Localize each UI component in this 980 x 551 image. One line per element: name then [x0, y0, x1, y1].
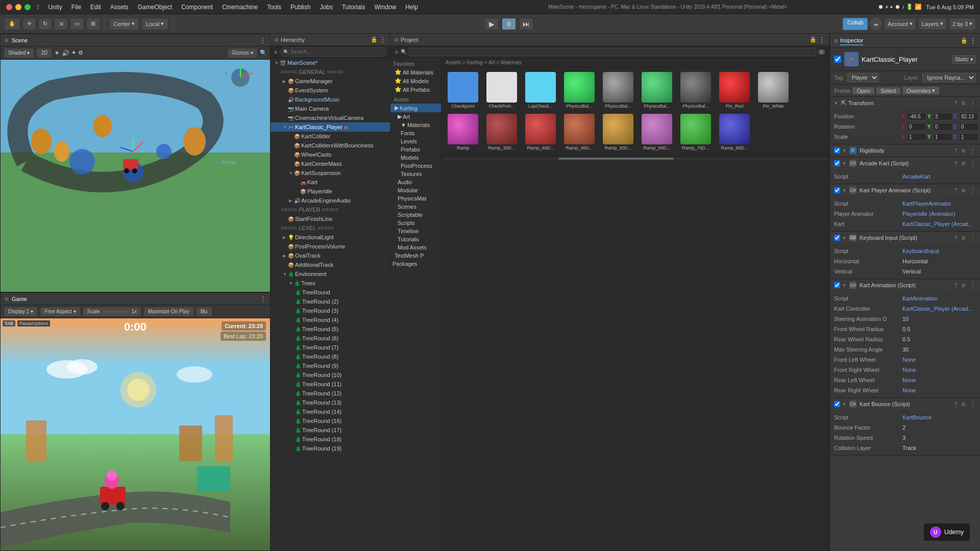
hierarchy-item-treeround9[interactable]: 🌲 TreeRound (9) — [271, 361, 390, 370]
display-dropdown[interactable]: Display 1 ▾ — [4, 307, 38, 317]
project-tree-packages[interactable]: Packages — [390, 260, 441, 268]
hierarchy-item-kartcollider[interactable]: 📦 KartCollider — [271, 132, 390, 141]
hierarchy-item-treeround5[interactable]: 🌲 TreeRound (5) — [271, 324, 390, 334]
close-button[interactable] — [6, 4, 12, 10]
asset-checkpoint[interactable]: Checkpoint — [445, 70, 481, 110]
pos-x-input[interactable] — [907, 113, 926, 120]
rigidbody-toggle[interactable] — [834, 147, 840, 154]
rb-menu-icon[interactable]: ⋮ — [970, 147, 976, 154]
tutorials-menu[interactable]: Tutorials — [342, 4, 365, 11]
project-tree-postprocess[interactable]: PostProcess — [390, 162, 441, 170]
scale-z-input[interactable] — [959, 133, 978, 141]
static-dropdown[interactable]: Static ▾ — [952, 55, 976, 64]
ka-settings-icon[interactable]: ⚙ — [961, 188, 966, 193]
rigidbody-header[interactable]: ▼ R Rigidbody ? ⚙ ⋮ — [830, 144, 980, 157]
asset-physicsball4[interactable]: PhysicsBal... — [677, 70, 714, 110]
frw-value[interactable]: None — [902, 367, 976, 373]
hierarchy-item-additionaltrack[interactable]: 📦 AdditionalTrack — [271, 260, 390, 269]
keyboard-input-toggle[interactable] — [834, 235, 840, 241]
add-project-btn[interactable]: + — [395, 48, 399, 56]
asset-ramp60[interactable]: Ramp_60D... — [639, 112, 675, 152]
pa-value[interactable]: PlayerIdle (Animator) — [902, 211, 976, 217]
transform-menu-icon[interactable]: ⋮ — [970, 99, 976, 107]
mute-button[interactable]: Mu — [196, 307, 212, 317]
inspector-lock-icon[interactable]: 🔒 — [961, 37, 968, 44]
kanm-settings-icon[interactable]: ⚙ — [961, 283, 966, 288]
hierarchy-item-treeround8[interactable]: 🌲 TreeRound (8) — [271, 352, 390, 361]
hierarchy-menu-icon[interactable]: ⋮ — [380, 36, 386, 43]
gizmos-dropdown[interactable]: Gizmos ▾ — [227, 48, 258, 58]
hierarchy-item-treeround4[interactable]: 🌲 TreeRound (4) — [271, 315, 390, 324]
hierarchy-item-arcadeaudio[interactable]: ▶ 🔊 ArcadeEngineAudio — [271, 196, 390, 205]
rotate-tool[interactable]: ↻ — [38, 18, 52, 30]
hierarchy-item-kartcolliders[interactable]: 📦 KartCollidersWithBounciness — [271, 141, 390, 150]
hierarchy-item-treeround11[interactable]: 🌲 TreeRound (11) — [271, 380, 390, 389]
pause-label[interactable]: PauseOptions — [17, 320, 51, 327]
fx-icon[interactable]: ✦ — [71, 49, 76, 56]
project-menu-icon[interactable]: ⋮ — [819, 36, 825, 43]
asset-physicsball1[interactable]: PhysicsBal... — [561, 70, 598, 110]
jobs-menu[interactable]: Jobs — [320, 4, 333, 11]
ka-script-value[interactable]: KartPlayerAnimator — [902, 201, 976, 207]
tag-select[interactable]: Player — [847, 73, 879, 82]
hierarchy-content[interactable]: ▼ 🎬 MainScene* ===== GENERAL ===== ▶ 📦 G… — [271, 58, 390, 551]
project-tree-karting[interactable]: ▶ Karting — [390, 104, 441, 112]
ki-help-icon[interactable]: ? — [954, 235, 957, 241]
unity-menu[interactable]: Unity — [48, 4, 62, 11]
ka-menu-icon[interactable]: ⋮ — [970, 187, 976, 194]
scale-control[interactable]: Scale 1x — [83, 307, 142, 317]
hierarchy-item-treeround19[interactable]: 🌲 TreeRound (19) — [271, 444, 390, 453]
layout-dropdown[interactable]: 2 by 3 ▾ — [949, 18, 976, 30]
rot-x-input[interactable] — [907, 123, 926, 131]
prefab-overrides-btn[interactable]: Overrides ▾ — [902, 87, 939, 94]
arcade-kart-header[interactable]: ▼ C# Arcade Kart (Script) ? ⚙ ⋮ — [830, 157, 980, 169]
hierarchy-item-treeround18[interactable]: 🌲 TreeRound (18) — [271, 435, 390, 444]
project-tree-scripts[interactable]: Scripts — [390, 219, 441, 227]
game-tab[interactable]: Game — [12, 296, 27, 302]
kart-bounce-toggle[interactable] — [834, 401, 840, 407]
favorites-all-models[interactable]: ⭐ All Models — [390, 77, 441, 85]
ki-script-value[interactable]: KeyboardInput — [902, 248, 976, 254]
asset-ramp30[interactable]: Ramp_30D... — [483, 112, 520, 152]
hierarchy-item-treeround10[interactable]: 🌲 TreeRound (10) — [271, 370, 390, 380]
minimize-button[interactable] — [15, 4, 21, 10]
aspect-dropdown[interactable]: Free Aspect ▾ — [40, 307, 80, 317]
shading-dropdown[interactable]: Shaded ▾ — [4, 48, 34, 58]
pos-z-input[interactable] — [959, 113, 978, 120]
project-tree-scenes[interactable]: Scenes — [390, 203, 441, 211]
hierarchy-item-kart[interactable]: 🚗 Kart — [271, 178, 390, 187]
scale-x-input[interactable] — [907, 133, 926, 141]
project-tree[interactable]: Favorites ⭐ All Materials ⭐ All Models ⭐… — [390, 58, 442, 551]
gameobject-menu[interactable]: GameObject — [138, 4, 172, 11]
hierarchy-item-treeround2[interactable]: 🌲 TreeRound (2) — [271, 297, 390, 306]
asset-checkpoint2[interactable]: CheckPoin... — [483, 70, 520, 110]
favorites-all-prefabs[interactable]: ⭐ All Prefabs — [390, 85, 441, 94]
hierarchy-item-kartsuspension[interactable]: ▼ 📦 KartSuspension — [271, 168, 390, 178]
asset-physicsball3[interactable]: PhysicsBal... — [639, 70, 675, 110]
asset-physicsball2[interactable]: PhysicsBal... — [600, 70, 636, 110]
hierarchy-item-startfinish[interactable]: 📦 StartFinishLine — [271, 214, 390, 223]
rect-tool[interactable]: ▭ — [70, 18, 84, 30]
kb-menu-icon[interactable]: ⋮ — [970, 400, 976, 408]
hierarchy-item-treeround14[interactable]: 🌲 TreeRound (14) — [271, 407, 390, 416]
hierarchy-item-wheelcasts[interactable]: 📦 WheelCasts — [271, 150, 390, 159]
inspector-menu-icon[interactable]: ⋮ — [970, 37, 976, 44]
active-toggle[interactable] — [834, 56, 841, 63]
object-name[interactable]: KartClassic_Player — [862, 56, 949, 63]
prefab-open-btn[interactable]: Open — [852, 87, 874, 94]
kb-settings-icon[interactable]: ⚙ — [961, 402, 966, 407]
rlw-value[interactable]: None — [902, 377, 976, 383]
hierarchy-item-kartcentermass[interactable]: 📦 KartCenterMass — [271, 159, 390, 168]
tab-label[interactable]: TAB — [3, 320, 15, 327]
hierarchy-item-treeround3[interactable]: 🌲 TreeRound (3) — [271, 306, 390, 315]
project-tree-tutorials[interactable]: Tutorials — [390, 235, 441, 243]
keyboard-input-header[interactable]: ▼ ⌨ Keyboard Input (Script) ? ⚙ ⋮ — [830, 232, 980, 244]
hierarchy-search-input[interactable] — [290, 49, 383, 55]
hierarchy-item-postprocess[interactable]: 📦 PostProcessVolume — [271, 242, 390, 251]
project-search-input[interactable] — [409, 48, 816, 56]
inspector-tab[interactable]: Inspector — [840, 36, 863, 45]
assets-menu[interactable]: Assets — [110, 4, 129, 11]
hierarchy-item-treeround6[interactable]: 🌲 TreeRound (6) — [271, 334, 390, 343]
ki-settings-icon[interactable]: ⚙ — [961, 235, 966, 241]
kanm-script-value[interactable]: KartAnimation — [902, 295, 976, 302]
